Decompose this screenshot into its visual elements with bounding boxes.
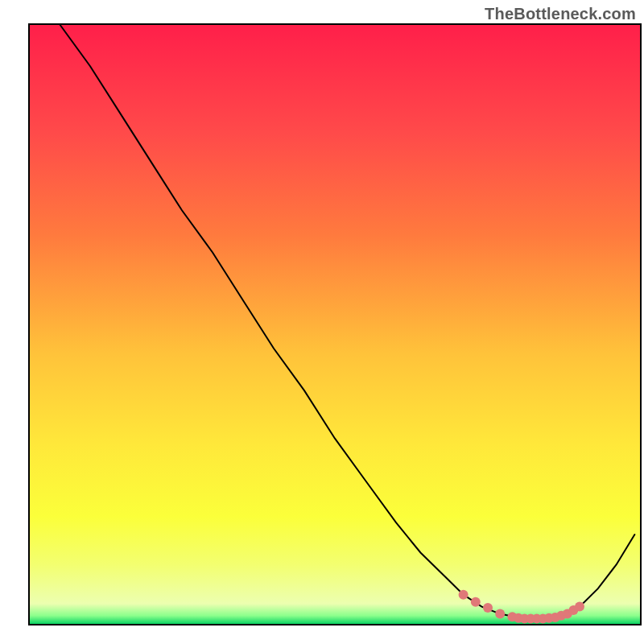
chart-container: TheBottleneck.com — [0, 0, 644, 644]
watermark-text: TheBottleneck.com — [485, 5, 636, 23]
optimal-dot — [459, 590, 469, 600]
optimal-dot — [483, 603, 493, 613]
bottleneck-chart — [0, 0, 644, 644]
optimal-dot — [575, 602, 584, 612]
optimal-dot — [495, 609, 505, 619]
optimal-dot — [471, 597, 481, 607]
plot-area — [29, 24, 641, 625]
